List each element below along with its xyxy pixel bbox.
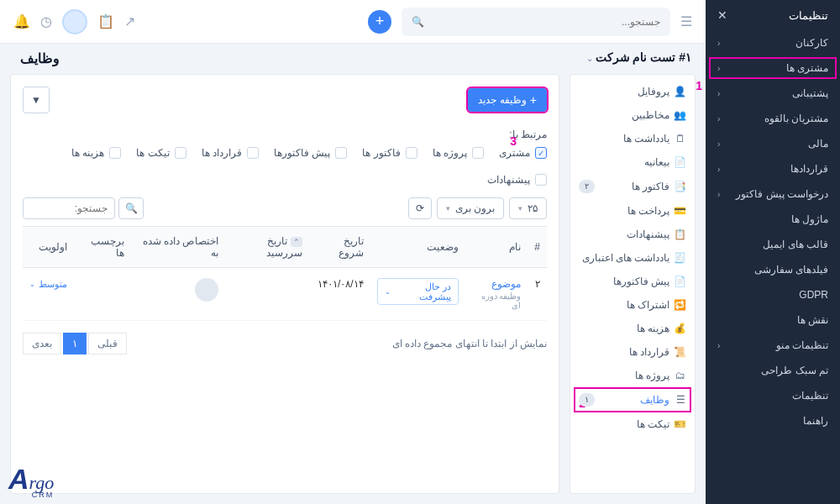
menu-icon[interactable]: ☰ <box>680 13 692 29</box>
filter-button[interactable]: ▼ <box>23 87 50 113</box>
sidebar-item[interactable]: درخواست پیش فاکتور‹ <box>706 181 840 207</box>
col-header[interactable]: تاریخ شروع <box>309 227 370 268</box>
filter-checkbox[interactable]: پیش فاکتورها <box>274 147 347 159</box>
sidebar-item[interactable]: قالب های ایمیل <box>706 232 840 257</box>
tab-یادداشت های اعتباری[interactable]: 🧾یادداشت های اعتباری <box>570 246 695 270</box>
chevron-left-icon: ‹ <box>717 39 720 48</box>
sidebar-header: تنظیمات ✕ <box>706 0 840 30</box>
sidebar-item[interactable]: نقش ها <box>706 307 840 333</box>
tab-پروفایل[interactable]: 👤پروفایل <box>570 80 695 103</box>
related-filter: مرتبط با: ✓مشتریپروژه هافاکتور هاپیش فاک… <box>23 129 547 186</box>
col-header[interactable]: اولویت <box>23 227 74 268</box>
sidebar-item[interactable]: فیلدهای سفارشی <box>706 257 840 282</box>
filter-checkbox[interactable]: قرارداد ها <box>202 147 259 159</box>
tab-icon: 🗂 <box>675 370 686 381</box>
sidebar-item[interactable]: مالی‹ <box>706 131 840 156</box>
customer-tabs: 👤پروفایل👥مخاطبین🗒یادداشت ها📄بیعانیه📑فاکت… <box>570 74 696 494</box>
related-label: مرتبط با: <box>23 129 547 140</box>
tab-پرداخت ها[interactable]: 💳پرداخت ها <box>570 199 695 223</box>
close-icon[interactable]: ✕ <box>717 8 727 22</box>
status-badge[interactable]: در حال پیشرفت⌄ <box>377 278 459 305</box>
sidebar-item[interactable]: قراردادها‹ <box>706 156 840 181</box>
tab-یادداشت ها[interactable]: 🗒یادداشت ها <box>570 127 695 150</box>
tab-icon: 👤 <box>675 86 686 97</box>
col-header[interactable]: ⌃تاریخ سررسید <box>225 227 308 268</box>
new-task-button[interactable]: +وظیفه جدید <box>468 88 547 112</box>
page-1[interactable]: ۱ <box>63 333 87 354</box>
sidebar-item[interactable]: تنظیمات <box>706 383 840 408</box>
task-subject[interactable]: موضوع <box>472 278 522 290</box>
priority-value[interactable]: متوسط⌄ <box>29 279 67 290</box>
export-button[interactable]: برون بری▾ <box>437 197 504 219</box>
col-header[interactable]: نام <box>465 227 528 268</box>
page-title: وظایف <box>20 50 60 66</box>
table-search-input[interactable] <box>23 197 115 219</box>
tab-icon: 📜 <box>675 346 686 358</box>
tasks-panel: +وظیفه جدید ▼ مرتبط با: ✓مشتریپروژه هافا… <box>10 74 559 494</box>
sidebar-item[interactable]: GDPR <box>706 282 840 307</box>
tab-پروژه ها[interactable]: 🗂پروژه ها <box>570 364 695 387</box>
sidebar-item[interactable]: ماژول ها <box>706 207 840 232</box>
tab-icon: ☰ <box>675 394 686 406</box>
sidebar-item[interactable]: مشتری ها‹ <box>706 55 840 81</box>
filter-checkbox[interactable]: پیشنهادات <box>487 174 547 186</box>
assignee-avatar[interactable] <box>195 278 218 302</box>
topbar: ☰ 🔍 + ↗ 📋 ◷ 🔔 <box>0 0 706 44</box>
next-page[interactable]: بعدی <box>23 333 61 354</box>
avatar[interactable] <box>62 9 87 34</box>
bell-icon[interactable]: 🔔 <box>13 13 30 29</box>
tasks-table: #ناموضعیتتاریخ شروع⌃تاریخ سررسیداختصاص د… <box>23 226 547 321</box>
tab-icon: 🗒 <box>675 133 686 144</box>
sidebar-item[interactable]: تنظیمات منو‹ <box>706 333 840 358</box>
col-header[interactable]: وضعیت <box>370 227 465 268</box>
filter-checkbox[interactable]: ✓مشتری <box>499 147 547 159</box>
sidebar-item[interactable]: راهنما <box>706 408 840 433</box>
tab-وظایف[interactable]: ☰وظایف۱ <box>570 387 695 412</box>
tab-اشتراک ها[interactable]: 🔁اشتراک ها <box>570 293 695 317</box>
tab-icon: 📄 <box>675 156 686 168</box>
tab-icon: 📑 <box>675 181 686 192</box>
filter-checkbox[interactable]: هزینه ها <box>71 147 121 159</box>
page-size-select[interactable]: ۲۵▾ <box>509 197 547 219</box>
settings-sidebar: تنظیمات ✕ کارکنان‹مشتری ها‹پشتیبانی‹مشتر… <box>706 0 840 504</box>
global-search[interactable]: 🔍 <box>402 8 670 36</box>
tab-icon: 🎫 <box>675 418 686 430</box>
chevron-left-icon: ‹ <box>717 114 720 123</box>
tab-تیکت ها[interactable]: 🎫تیکت ها <box>570 412 695 436</box>
chevron-left-icon: ‹ <box>717 190 720 199</box>
share-icon[interactable]: ↗ <box>124 13 135 29</box>
prev-page[interactable]: قبلی <box>88 333 127 354</box>
sidebar-item[interactable]: مشتریان بالقوه‹ <box>706 106 840 131</box>
clipboard-icon[interactable]: 📋 <box>97 13 114 29</box>
tab-بیعانیه[interactable]: 📄بیعانیه <box>570 150 695 174</box>
tab-پیش فاکتورها[interactable]: 📄پیش فاکتورها <box>570 270 695 293</box>
col-header[interactable]: برچسب ها <box>74 227 131 268</box>
refresh-button[interactable]: ⟳ <box>408 197 432 219</box>
search-icon: 🔍 <box>412 16 424 28</box>
filter-checkbox[interactable]: فاکتور ها <box>362 147 417 159</box>
sidebar-item[interactable]: پشتیبانی‹ <box>706 81 840 106</box>
filter-checkbox[interactable]: پروژه ها <box>433 147 484 159</box>
table-row[interactable]: ۲ موضوع وظیفه دوره ای در حال پیشرفت⌄ ۱۴۰… <box>23 268 547 321</box>
chevron-left-icon: ‹ <box>717 64 720 73</box>
clock-icon[interactable]: ◷ <box>40 13 52 29</box>
sidebar-title: تنظیمات <box>789 9 828 22</box>
sidebar-item[interactable]: کارکنان‹ <box>706 30 840 55</box>
tab-پیشنهادات[interactable]: 📋پیشنهادات <box>570 223 695 246</box>
add-button[interactable]: + <box>368 10 391 34</box>
tab-هزینه ها[interactable]: 💰هزینه ها <box>570 317 695 340</box>
tab-icon: 👥 <box>675 109 686 121</box>
tab-مخاطبین[interactable]: 👥مخاطبین <box>570 103 695 127</box>
filter-checkbox[interactable]: تیکت ها <box>136 147 186 159</box>
col-header[interactable]: # <box>528 227 547 268</box>
col-header[interactable]: اختصاص داده شده به <box>131 227 225 268</box>
tab-icon: 💳 <box>675 205 686 217</box>
tab-فاکتور ها[interactable]: 📑فاکتور ها۲ <box>570 174 695 199</box>
sidebar-item[interactable]: تم سبک طراحی <box>706 358 840 383</box>
tab-قرارداد ها[interactable]: 📜قرارداد ها <box>570 340 695 364</box>
pagination: قبلی ۱ بعدی <box>23 333 127 354</box>
count-badge: ۱ <box>579 393 595 407</box>
tab-icon: 📋 <box>675 228 686 240</box>
table-search-icon[interactable]: 🔍 <box>118 197 144 219</box>
search-input[interactable] <box>424 16 660 28</box>
